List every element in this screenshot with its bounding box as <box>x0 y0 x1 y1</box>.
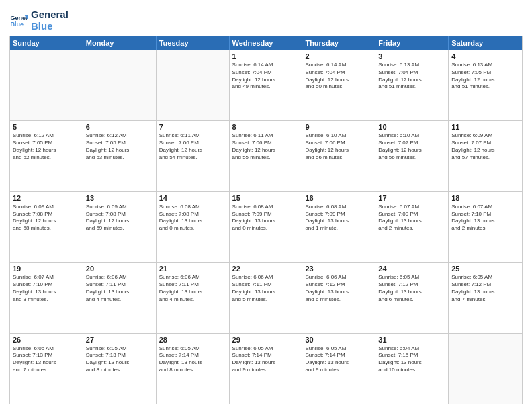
day-number: 26 <box>13 336 80 344</box>
weekday-header: Sunday <box>10 36 83 50</box>
day-number: 28 <box>159 336 226 344</box>
calendar-row: 19Sunrise: 6:07 AM Sunset: 7:10 PM Dayli… <box>10 262 522 332</box>
calendar-cell: 24Sunrise: 6:05 AM Sunset: 7:12 PM Dayli… <box>375 263 449 332</box>
cell-info: Sunrise: 6:09 AM Sunset: 7:07 PM Dayligh… <box>451 132 519 161</box>
day-number: 22 <box>232 265 300 273</box>
calendar-cell <box>83 50 157 120</box>
weekday-header: Monday <box>83 36 157 50</box>
calendar-cell: 28Sunrise: 6:05 AM Sunset: 7:14 PM Dayli… <box>157 334 230 404</box>
day-number: 23 <box>305 265 372 273</box>
cell-info: Sunrise: 6:05 AM Sunset: 7:14 PM Dayligh… <box>232 345 300 374</box>
weekday-header: Thursday <box>302 36 375 50</box>
calendar-cell: 25Sunrise: 6:05 AM Sunset: 7:12 PM Dayli… <box>449 263 522 332</box>
calendar: SundayMondayTuesdayWednesdayThursdayFrid… <box>9 36 523 404</box>
calendar-cell: 8Sunrise: 6:11 AM Sunset: 7:06 PM Daylig… <box>230 121 303 191</box>
day-number: 15 <box>232 194 300 202</box>
cell-info: Sunrise: 6:05 AM Sunset: 7:13 PM Dayligh… <box>13 345 80 374</box>
calendar-cell: 2Sunrise: 6:14 AM Sunset: 7:04 PM Daylig… <box>302 50 375 120</box>
cell-info: Sunrise: 6:09 AM Sunset: 7:08 PM Dayligh… <box>86 203 153 232</box>
calendar-cell: 17Sunrise: 6:07 AM Sunset: 7:09 PM Dayli… <box>375 192 449 262</box>
day-number: 7 <box>159 123 226 131</box>
weekday-header: Wednesday <box>230 36 303 50</box>
cell-info: Sunrise: 6:05 AM Sunset: 7:14 PM Dayligh… <box>305 345 372 374</box>
cell-info: Sunrise: 6:07 AM Sunset: 7:10 PM Dayligh… <box>13 274 80 303</box>
calendar-cell: 10Sunrise: 6:10 AM Sunset: 7:07 PM Dayli… <box>375 121 449 191</box>
svg-text:Blue: Blue <box>10 21 24 28</box>
day-number: 12 <box>13 194 80 202</box>
calendar-cell: 23Sunrise: 6:06 AM Sunset: 7:12 PM Dayli… <box>302 263 375 332</box>
calendar-cell: 18Sunrise: 6:07 AM Sunset: 7:10 PM Dayli… <box>449 192 522 262</box>
logo-icon: General Blue <box>9 11 28 30</box>
calendar-row: 12Sunrise: 6:09 AM Sunset: 7:08 PM Dayli… <box>10 191 522 262</box>
cell-info: Sunrise: 6:06 AM Sunset: 7:11 PM Dayligh… <box>86 274 153 303</box>
calendar-cell: 13Sunrise: 6:09 AM Sunset: 7:08 PM Dayli… <box>83 192 157 262</box>
day-number: 20 <box>86 265 153 273</box>
cell-info: Sunrise: 6:08 AM Sunset: 7:09 PM Dayligh… <box>232 203 300 232</box>
calendar-cell: 7Sunrise: 6:11 AM Sunset: 7:06 PM Daylig… <box>157 121 230 191</box>
day-number: 9 <box>305 123 372 131</box>
calendar-cell: 16Sunrise: 6:08 AM Sunset: 7:09 PM Dayli… <box>302 192 375 262</box>
cell-info: Sunrise: 6:04 AM Sunset: 7:15 PM Dayligh… <box>378 345 445 374</box>
weekday-header: Tuesday <box>157 36 230 50</box>
calendar-cell: 12Sunrise: 6:09 AM Sunset: 7:08 PM Dayli… <box>10 192 83 262</box>
logo-general: General <box>31 9 69 21</box>
calendar-cell: 1Sunrise: 6:14 AM Sunset: 7:04 PM Daylig… <box>230 50 303 120</box>
cell-info: Sunrise: 6:06 AM Sunset: 7:12 PM Dayligh… <box>305 274 372 303</box>
cell-info: Sunrise: 6:11 AM Sunset: 7:06 PM Dayligh… <box>159 132 226 161</box>
calendar-cell: 3Sunrise: 6:13 AM Sunset: 7:04 PM Daylig… <box>375 50 449 120</box>
logo-blue: Blue <box>31 21 69 32</box>
day-number: 14 <box>159 194 226 202</box>
calendar-cell: 29Sunrise: 6:05 AM Sunset: 7:14 PM Dayli… <box>230 334 303 404</box>
calendar-cell: 6Sunrise: 6:12 AM Sunset: 7:05 PM Daylig… <box>83 121 157 191</box>
calendar-page: General Blue General Blue SundayMondayTu… <box>0 0 532 411</box>
calendar-cell <box>449 334 522 404</box>
calendar-body: 1Sunrise: 6:14 AM Sunset: 7:04 PM Daylig… <box>10 50 522 404</box>
day-number: 5 <box>13 123 80 131</box>
calendar-cell: 14Sunrise: 6:08 AM Sunset: 7:08 PM Dayli… <box>157 192 230 262</box>
calendar-cell: 31Sunrise: 6:04 AM Sunset: 7:15 PM Dayli… <box>375 334 449 404</box>
calendar-cell: 22Sunrise: 6:06 AM Sunset: 7:11 PM Dayli… <box>230 263 303 332</box>
weekday-header: Saturday <box>449 36 522 50</box>
day-number: 24 <box>378 265 445 273</box>
day-number: 31 <box>378 336 445 344</box>
day-number: 10 <box>378 123 445 131</box>
cell-info: Sunrise: 6:10 AM Sunset: 7:07 PM Dayligh… <box>378 132 445 161</box>
calendar-cell: 4Sunrise: 6:13 AM Sunset: 7:05 PM Daylig… <box>449 50 522 120</box>
day-number: 1 <box>232 52 300 60</box>
day-number: 11 <box>451 123 519 131</box>
day-number: 25 <box>451 265 519 273</box>
cell-info: Sunrise: 6:13 AM Sunset: 7:05 PM Dayligh… <box>451 62 519 91</box>
calendar-cell: 27Sunrise: 6:05 AM Sunset: 7:13 PM Dayli… <box>83 334 157 404</box>
cell-info: Sunrise: 6:08 AM Sunset: 7:09 PM Dayligh… <box>305 203 372 232</box>
cell-info: Sunrise: 6:10 AM Sunset: 7:06 PM Dayligh… <box>305 132 372 161</box>
day-number: 3 <box>378 52 445 60</box>
calendar-cell: 26Sunrise: 6:05 AM Sunset: 7:13 PM Dayli… <box>10 334 83 404</box>
logo: General Blue General Blue <box>9 9 69 32</box>
day-number: 19 <box>13 265 80 273</box>
day-number: 6 <box>86 123 153 131</box>
day-number: 17 <box>378 194 445 202</box>
calendar-cell <box>157 50 230 120</box>
weekday-header: Friday <box>375 36 449 50</box>
cell-info: Sunrise: 6:05 AM Sunset: 7:12 PM Dayligh… <box>378 274 445 303</box>
calendar-row: 26Sunrise: 6:05 AM Sunset: 7:13 PM Dayli… <box>10 333 522 404</box>
day-number: 27 <box>86 336 153 344</box>
cell-info: Sunrise: 6:05 AM Sunset: 7:14 PM Dayligh… <box>159 345 226 374</box>
day-number: 2 <box>305 52 372 60</box>
day-number: 16 <box>305 194 372 202</box>
calendar-cell: 11Sunrise: 6:09 AM Sunset: 7:07 PM Dayli… <box>449 121 522 191</box>
day-number: 21 <box>159 265 226 273</box>
calendar-cell: 19Sunrise: 6:07 AM Sunset: 7:10 PM Dayli… <box>10 263 83 332</box>
cell-info: Sunrise: 6:14 AM Sunset: 7:04 PM Dayligh… <box>232 62 300 91</box>
calendar-row: 1Sunrise: 6:14 AM Sunset: 7:04 PM Daylig… <box>10 50 522 120</box>
page-header: General Blue General Blue <box>9 7 523 32</box>
cell-info: Sunrise: 6:11 AM Sunset: 7:06 PM Dayligh… <box>232 132 300 161</box>
calendar-cell: 15Sunrise: 6:08 AM Sunset: 7:09 PM Dayli… <box>230 192 303 262</box>
cell-info: Sunrise: 6:14 AM Sunset: 7:04 PM Dayligh… <box>305 62 372 91</box>
calendar-cell <box>10 50 83 120</box>
cell-info: Sunrise: 6:07 AM Sunset: 7:10 PM Dayligh… <box>451 203 519 232</box>
day-number: 29 <box>232 336 300 344</box>
calendar-row: 5Sunrise: 6:12 AM Sunset: 7:05 PM Daylig… <box>10 120 522 191</box>
cell-info: Sunrise: 6:12 AM Sunset: 7:05 PM Dayligh… <box>86 132 153 161</box>
cell-info: Sunrise: 6:06 AM Sunset: 7:11 PM Dayligh… <box>159 274 226 303</box>
